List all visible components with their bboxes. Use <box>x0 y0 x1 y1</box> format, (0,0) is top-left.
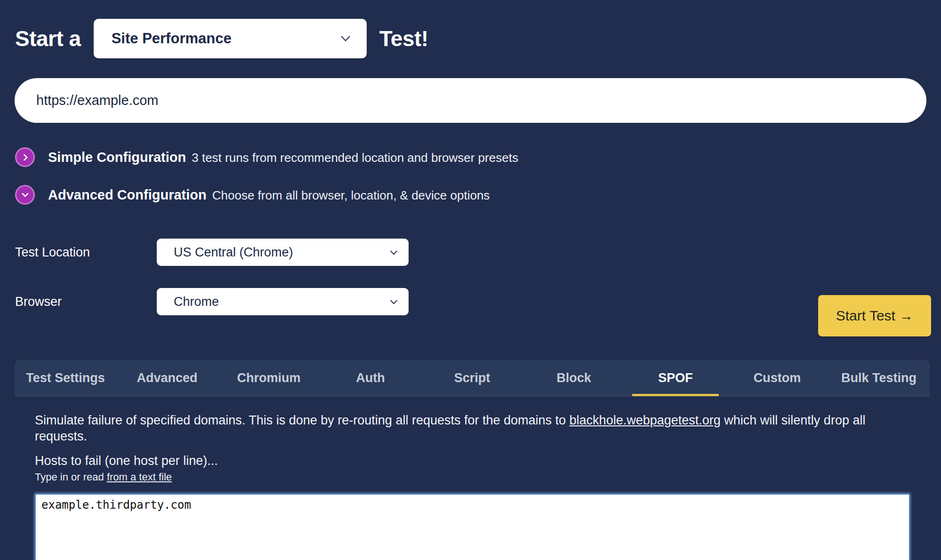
page-title-row: Start a Site Performance Test! <box>15 19 926 58</box>
browser-row: Browser Chrome <box>15 288 941 315</box>
spof-description: Simulate failure of specified domains. T… <box>35 412 910 444</box>
tab-spof[interactable]: SPOF <box>625 360 726 396</box>
tab-chromium[interactable]: Chromium <box>218 360 320 396</box>
test-url-input[interactable] <box>15 78 926 123</box>
advanced-configuration-title: Advanced Configuration <box>48 187 207 203</box>
chevron-down-icon <box>341 32 350 41</box>
page-title-prefix: Start a <box>15 26 81 51</box>
chevron-down-icon <box>390 296 398 304</box>
tab-block[interactable]: Block <box>523 360 625 396</box>
tab-test-settings[interactable]: Test Settings <box>15 360 116 396</box>
chevron-right-icon <box>20 153 28 161</box>
simple-configuration-description: 3 test runs from recommended location an… <box>192 151 518 165</box>
tab-script[interactable]: Script <box>421 360 523 396</box>
test-type-select[interactable]: Site Performance <box>94 19 367 58</box>
webpagetest-start-test-page: Start a Site Performance Test! Simple Co… <box>0 0 941 560</box>
start-test-button[interactable]: Start Test → <box>818 295 931 336</box>
tab-bulk-testing[interactable]: Bulk Testing <box>828 360 930 396</box>
tab-auth[interactable]: Auth <box>320 360 421 396</box>
spof-panel: Simulate failure of specified domains. T… <box>35 412 910 560</box>
page-title-suffix: Test! <box>379 26 428 51</box>
chevron-down-circle-icon <box>15 185 35 205</box>
type-in-prefix: Type in or read <box>35 471 107 483</box>
test-location-selected-value: US Central (Chrome) <box>174 245 293 260</box>
advanced-configuration-toggle[interactable]: Advanced Configuration Choose from all b… <box>15 185 941 205</box>
test-location-row: Test Location US Central (Chrome) <box>15 239 941 266</box>
type-in-or-read-label: Type in or read from a text file <box>35 471 910 483</box>
browser-label: Browser <box>15 295 157 309</box>
simple-configuration-toggle[interactable]: Simple Configuration 3 test runs from re… <box>15 147 941 167</box>
test-location-label: Test Location <box>15 245 157 260</box>
advanced-configuration-description: Choose from all browser, location, & dev… <box>212 188 490 203</box>
blackhole-webpagetest-link[interactable]: blackhole.webpagetest.org <box>570 413 721 427</box>
from-a-text-file-link[interactable]: from a text file <box>107 471 172 483</box>
hosts-to-fail-textarea[interactable]: example.thirdparty.com <box>35 494 910 560</box>
spof-description-before-link: Simulate failure of specified domains. T… <box>35 413 570 427</box>
chevron-down-icon <box>21 190 29 198</box>
hosts-to-fail-label: Hosts to fail (one host per line)... <box>35 454 910 468</box>
chevron-down-icon <box>390 247 398 255</box>
chevron-right-circle-icon <box>15 147 35 167</box>
simple-configuration-title: Simple Configuration <box>48 150 186 165</box>
settings-tab-bar: Test Settings Advanced Chromium Auth Scr… <box>15 360 930 396</box>
browser-select[interactable]: Chrome <box>157 288 409 315</box>
test-location-select[interactable]: US Central (Chrome) <box>157 239 409 266</box>
tab-custom[interactable]: Custom <box>726 360 828 396</box>
test-type-selected-value: Site Performance <box>112 30 232 47</box>
tab-advanced[interactable]: Advanced <box>116 360 218 396</box>
browser-selected-value: Chrome <box>174 295 219 309</box>
